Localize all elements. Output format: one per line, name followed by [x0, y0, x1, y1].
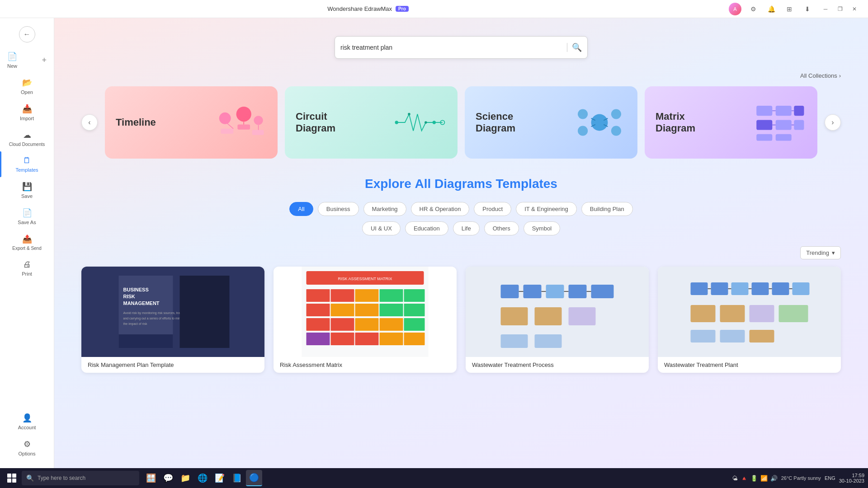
restore-button[interactable]: ❐ [834, 3, 846, 15]
filter-business[interactable]: Business [318, 202, 359, 216]
search-input[interactable] [340, 44, 562, 51]
svg-point-15 [591, 114, 608, 131]
close-button[interactable]: ✕ [848, 3, 861, 15]
tray-icon-5[interactable]: 🔊 [770, 475, 778, 482]
svg-rect-31 [794, 120, 804, 130]
circuit-title: CircuitDiagram [296, 111, 335, 135]
carousel-card-circuit[interactable]: CircuitDiagram [285, 86, 458, 159]
avatar[interactable]: A [729, 3, 741, 15]
sidebar-item-export[interactable]: 📤 Export & Send [0, 230, 54, 255]
sort-dropdown-icon: ▾ [832, 249, 835, 256]
sidebar: ← 📄 New + 📂 Open 📥 Import ☁ Cloud Docume… [0, 18, 54, 468]
save-icon: 💾 [22, 182, 32, 192]
tray-icon-1[interactable]: 🌤 [732, 475, 738, 482]
bell-icon[interactable]: 🔔 [765, 3, 778, 15]
tray-icon-2[interactable]: 🔺 [741, 475, 748, 482]
filter-education[interactable]: Education [405, 221, 448, 235]
templates-grid: BUSINESS RISK MANAGEMENT Avoid risk by m… [81, 267, 841, 373]
science-title: ScienceDiagram [476, 111, 515, 135]
taskbar-app-6[interactable]: 🔵 [246, 470, 262, 486]
carousel-card-timeline[interactable]: Timeline [105, 86, 278, 159]
weather-text: 26°C Partly sunny [781, 475, 821, 481]
filter-symbol[interactable]: Symbol [524, 221, 560, 235]
template-title-wastewater-plant: Wastewater Treatment Plant [658, 357, 841, 373]
sidebar-item-print[interactable]: 🖨 Print [0, 255, 54, 281]
carousel-next[interactable]: › [825, 114, 841, 131]
filter-building[interactable]: Building Plan [581, 202, 633, 216]
svg-rect-3 [221, 129, 233, 134]
template-card-wastewater-plant[interactable]: Wastewater Treatment Plant [658, 267, 841, 373]
svg-point-0 [219, 113, 231, 124]
sidebar-item-account[interactable]: 👤 Account [0, 408, 54, 435]
sidebar-item-options[interactable]: ⚙ Options [0, 435, 54, 461]
svg-rect-90 [793, 282, 810, 295]
carousel: ‹ Timeline [81, 86, 841, 159]
svg-text:BUSINESS: BUSINESS [123, 287, 149, 292]
svg-rect-52 [380, 289, 403, 302]
taskbar-search[interactable]: 🔍 Type here to search [22, 471, 139, 485]
matrix-title: MatrixDiagram [656, 111, 695, 135]
grid-header: Trending ▾ [81, 246, 841, 259]
template-card-wastewater[interactable]: Wastewater Treatment Process [466, 267, 649, 373]
taskbar-app-4[interactable]: 📝 [212, 470, 228, 486]
sidebar-item-import[interactable]: 📥 Import [0, 99, 54, 126]
window-controls: ─ ❐ ✕ [819, 3, 861, 15]
explore-colored: All Diagrams Templates [415, 177, 557, 191]
filter-hr[interactable]: HR & Operation [411, 202, 470, 216]
taskbar-app-5[interactable]: 📘 [229, 470, 245, 486]
explore-title: Explore All Diagrams Templates [81, 177, 841, 191]
filter-others[interactable]: Others [484, 221, 519, 235]
taskbar-app-2[interactable]: 📁 [177, 470, 193, 486]
template-card-risk-mgmt[interactable]: BUSINESS RISK MANAGEMENT Avoid risk by m… [81, 267, 264, 373]
taskbar-app-1[interactable]: 💬 [160, 470, 176, 486]
svg-rect-79 [501, 307, 528, 325]
svg-rect-74 [591, 285, 614, 298]
filter-all[interactable]: All [289, 202, 313, 216]
all-collections-link[interactable]: All Collections › [800, 72, 841, 79]
sidebar-item-templates[interactable]: 🗒 Templates [0, 151, 54, 177]
svg-rect-50 [331, 289, 354, 302]
filter-product[interactable]: Product [474, 202, 511, 216]
filter-it[interactable]: IT & Engineering [516, 202, 577, 216]
download-icon[interactable]: ⬇ [801, 3, 814, 15]
filter-life[interactable]: Life [453, 221, 480, 235]
start-button[interactable] [4, 470, 20, 486]
taskbar-search-icon: 🔍 [26, 474, 34, 482]
sidebar-item-save[interactable]: 💾 Save [0, 177, 54, 203]
svg-rect-80 [535, 307, 562, 325]
sidebar-item-open[interactable]: 📂 Open [0, 73, 54, 99]
active-indicator [0, 151, 1, 177]
sort-dropdown[interactable]: Trending ▾ [800, 246, 841, 259]
taskbar-right: 🌤 🔺 🔋 📶 🔊 26°C Partly sunny ENG 17:59 30… [732, 473, 864, 483]
carousel-card-matrix[interactable]: MatrixDiagram [645, 86, 817, 159]
sidebar-item-saveas[interactable]: 📄 Save As [0, 203, 54, 230]
svg-rect-49 [307, 289, 330, 302]
taskbar-app-3[interactable]: 🌐 [194, 470, 211, 486]
taskbar-time: 17:59 [852, 473, 864, 478]
taskbar-app-0[interactable]: 🪟 [143, 470, 159, 486]
app-title: Wondershare EdrawMax [327, 5, 392, 12]
svg-rect-54 [307, 304, 330, 316]
settings-icon[interactable]: ⚙ [747, 3, 760, 15]
print-icon: 🖨 [23, 260, 31, 269]
svg-rect-27 [776, 120, 792, 130]
tray-icon-4[interactable]: 📶 [760, 475, 768, 482]
back-button[interactable]: ← [0, 22, 54, 47]
minimize-button[interactable]: ─ [819, 3, 832, 15]
sidebar-item-new[interactable]: 📄 New + [0, 47, 54, 73]
filter-ui[interactable]: UI & UX [362, 221, 401, 235]
carousel-prev[interactable]: ‹ [81, 114, 98, 131]
template-card-risk-assessment[interactable]: RISK ASSESSMENT MATRIX [274, 267, 457, 373]
collections-header: All Collections › [81, 72, 841, 79]
svg-rect-4 [237, 125, 250, 130]
grid-icon[interactable]: ⊞ [783, 3, 796, 15]
svg-rect-65 [331, 333, 354, 345]
tray-icon-3[interactable]: 🔋 [750, 475, 758, 482]
sidebar-item-cloud[interactable]: ☁ Cloud Documents [0, 126, 54, 151]
template-title-risk-assessment: Risk Assessment Matrix [274, 357, 457, 373]
filter-marketing[interactable]: Marketing [363, 202, 406, 216]
timeline-image [212, 95, 267, 150]
search-button[interactable]: 🔍 [572, 42, 582, 52]
sort-label: Trending [806, 249, 829, 256]
carousel-card-science[interactable]: ScienceDiagram [465, 86, 637, 159]
